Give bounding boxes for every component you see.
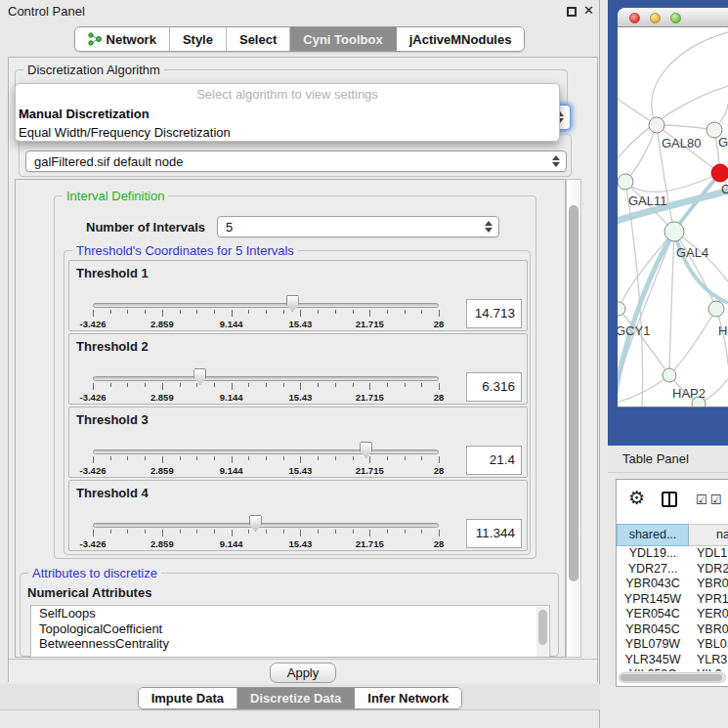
list-scrollbar[interactable] — [536, 607, 548, 658]
cell-shared-name[interactable]: YDL19... — [617, 546, 689, 562]
list-scrollbar-thumb[interactable] — [538, 610, 547, 645]
threshold-slider[interactable]: -3.4262.8599.14415.4321.71528 — [93, 513, 439, 550]
gear-icon[interactable]: ⚙ — [628, 489, 645, 507]
network-window-titlebar[interactable] — [618, 8, 728, 27]
numerical-attributes-list[interactable]: SelfLoopsTopologicalCoefficientBetweenne… — [30, 605, 550, 658]
threshold-slider[interactable]: -3.4262.8599.14415.4321.71528 — [93, 293, 439, 330]
attribute-list-item[interactable]: BetweennessCentrality — [31, 636, 549, 652]
close-traffic-icon[interactable] — [629, 13, 640, 23]
float-window-icon[interactable] — [567, 7, 577, 17]
column-header-shared-name[interactable]: shared... — [617, 524, 689, 546]
table-hscroll-thumb[interactable] — [621, 674, 722, 681]
threshold-value-field[interactable]: 14.713 — [466, 299, 522, 328]
table-row[interactable]: YBR045CYBR0 — [617, 622, 728, 638]
slider-track[interactable] — [93, 376, 439, 381]
dropdown-prompt[interactable]: Select algorithm to view settings — [16, 84, 559, 105]
cell-name[interactable]: YBR0 — [689, 577, 728, 592]
zoom-traffic-icon[interactable] — [670, 13, 681, 23]
network-node[interactable] — [664, 222, 684, 241]
tab-label: Cyni Toolbox — [303, 32, 382, 47]
attribute-list-item[interactable]: TopologicalCoefficient — [31, 621, 549, 637]
cell-name[interactable]: YLR3 — [689, 653, 728, 668]
column-header-name[interactable]: na — [689, 524, 728, 546]
table-row[interactable]: YLR345WYLR3 — [617, 653, 728, 668]
tab-network[interactable]: Network — [75, 27, 170, 51]
cell-shared-name[interactable]: YPR145W — [617, 592, 689, 608]
threshold-value-field[interactable]: 21.4 — [466, 446, 522, 475]
cell-name[interactable]: YBR0 — [689, 622, 728, 638]
threshold-value-field[interactable]: 6.316 — [466, 372, 522, 402]
cell-name[interactable]: YBL0 — [689, 637, 728, 653]
table-row[interactable]: YBL079WYBL0 — [617, 637, 728, 653]
cell-name[interactable]: YER0 — [689, 607, 728, 622]
slider-tick — [127, 456, 128, 460]
slider-handle[interactable] — [360, 442, 372, 458]
table-row[interactable]: YBR043CYBR0 — [617, 577, 728, 592]
threshold-slider[interactable]: -3.4262.8599.14415.4321.71528 — [93, 440, 439, 477]
algorithm-group-title: Discretization Algorithm — [23, 63, 164, 77]
apply-button[interactable]: Apply — [270, 663, 336, 683]
network-window: GAL80GCGAL11GAL4GCY1HHAP2 — [618, 8, 728, 407]
cell-name[interactable]: YDL1 — [689, 546, 728, 562]
number-of-intervals-combo[interactable]: 5 — [217, 216, 499, 237]
tab-jactivemnodules[interactable]: jActiveMNodules — [397, 27, 525, 51]
minimize-traffic-icon[interactable] — [650, 13, 661, 23]
panel-scrollbar-thumb[interactable] — [569, 205, 578, 581]
table-row[interactable]: YIL052CYIL0 — [617, 667, 728, 671]
slider-tick-label: 21.715 — [356, 538, 384, 549]
slider-tick — [110, 456, 111, 460]
slider-tick — [145, 383, 146, 387]
cell-name[interactable]: YPR1 — [689, 592, 728, 608]
slider-tick — [421, 383, 422, 387]
slider-track[interactable] — [93, 450, 439, 454]
cell-shared-name[interactable]: YBR043C — [617, 577, 689, 592]
tab-discretize-data[interactable]: Discretize Data — [237, 688, 355, 708]
slider-track[interactable] — [93, 303, 439, 308]
table-row[interactable]: YER054CYER0 — [617, 607, 728, 622]
network-node[interactable] — [711, 164, 728, 182]
table-row[interactable]: YDL19...YDL1 — [617, 546, 728, 562]
table-row[interactable]: YPR145WYPR1 — [617, 592, 728, 608]
table-horizontal-scrollbar[interactable] — [619, 672, 726, 683]
slider-handle[interactable] — [249, 515, 262, 532]
slider-handle[interactable] — [286, 295, 299, 312]
network-node[interactable] — [708, 301, 724, 317]
table-panel-header: Table Panel — [608, 446, 728, 473]
cell-shared-name[interactable]: YIL052C — [617, 667, 689, 671]
tab-impute-data[interactable]: Impute Data — [139, 688, 237, 708]
tab-cyni-toolbox[interactable]: Cyni Toolbox — [290, 27, 396, 51]
network-node[interactable] — [618, 302, 625, 316]
dropdown-item-manual-discretization[interactable]: Manual Discretization — [16, 105, 559, 123]
slider-handle[interactable] — [193, 368, 206, 385]
node-label: GAL4 — [676, 245, 708, 260]
cell-shared-name[interactable]: YBL079W — [617, 637, 689, 653]
slider-track[interactable] — [93, 523, 439, 528]
cell-shared-name[interactable]: YLR345W — [617, 653, 689, 668]
slider-tick — [93, 310, 94, 317]
dropdown-item-equal-width[interactable]: Equal Width/Frequency Discretization — [16, 123, 559, 142]
tab-select[interactable]: Select — [227, 27, 290, 51]
network-node[interactable] — [618, 174, 633, 190]
table-data-combo[interactable]: galFiltered.sif default node — [25, 150, 567, 172]
cell-shared-name[interactable]: YDR27... — [617, 562, 689, 578]
split-columns-icon[interactable] — [662, 492, 677, 507]
threshold-slider[interactable]: -3.4262.8599.14415.4321.71528 — [93, 366, 439, 404]
tab-style[interactable]: Style — [170, 27, 227, 51]
tab-infer-network[interactable]: Infer Network — [355, 688, 461, 708]
attribute-list-item[interactable]: SelfLoops — [31, 606, 549, 621]
cell-name[interactable]: YDR2 — [689, 562, 728, 578]
apply-bar: Apply — [9, 659, 597, 683]
network-node[interactable] — [649, 117, 664, 133]
cell-shared-name[interactable]: YBR045C — [617, 622, 689, 638]
close-icon[interactable]: ✕ — [583, 3, 594, 18]
network-canvas[interactable]: GAL80GCGAL11GAL4GCY1HHAP2 — [618, 27, 728, 407]
threshold-value-field[interactable]: 11.344 — [466, 519, 522, 548]
cell-name[interactable]: YIL0 — [689, 667, 728, 671]
network-node[interactable] — [663, 368, 676, 382]
table-row[interactable]: YDR27...YDR2 — [617, 562, 728, 578]
cell-shared-name[interactable]: YER054C — [617, 607, 689, 622]
panel-scrollbar[interactable] — [566, 179, 581, 658]
slider-tick — [214, 456, 215, 460]
column-checkboxes-icon[interactable]: ☑☑ — [696, 492, 724, 507]
top-tabs: NetworkStyleSelectCyni ToolboxjActiveMNo… — [74, 26, 526, 52]
